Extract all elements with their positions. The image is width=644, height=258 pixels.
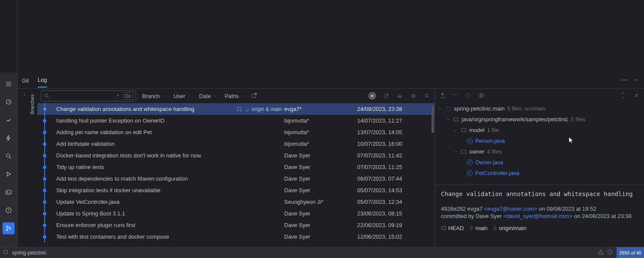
run-icon[interactable] (3, 168, 15, 180)
svg-marker-2 (7, 172, 11, 176)
branch-ref-chip[interactable]: origin & main (236, 106, 284, 112)
search-icon[interactable] (3, 150, 15, 162)
problems-count-badge[interactable]: 2993 of 40 (617, 247, 644, 258)
find-icon[interactable] (423, 92, 431, 100)
commit-date: 07/07/2023, 11:25 (357, 164, 430, 170)
commit-author: evga7* (284, 106, 357, 112)
left-tool-strip (0, 73, 17, 247)
ref-main[interactable]: main (468, 224, 487, 232)
filter-user[interactable]: User (172, 92, 193, 100)
commit-author: Dave Syer (284, 164, 357, 170)
profiler-icon[interactable] (3, 96, 15, 108)
commit-row[interactable]: Adding pet name validation on edit Petbi… (37, 126, 434, 138)
match-case-toggle[interactable]: Cc (123, 92, 133, 100)
preview-icon[interactable] (478, 92, 485, 100)
commit-list-scrollbar[interactable] (431, 106, 434, 133)
svg-point-17 (413, 95, 414, 97)
commit-author-line: 4926e292 evga7 <evga7@naver.com> on 09/0… (441, 205, 638, 213)
chart-icon[interactable] (3, 114, 15, 126)
commit-message: Add birthdate validation (56, 141, 115, 147)
git-tool-icon[interactable] (3, 222, 15, 234)
commit-row[interactable]: Add test dependencies to match Maven con… (37, 173, 434, 184)
tab-git[interactable]: Git (22, 74, 29, 87)
undo-icon[interactable] (452, 92, 459, 100)
terminal-icon[interactable] (3, 186, 15, 198)
commit-date: 22/06/2023, 09:19 (357, 222, 430, 228)
svg-point-20 (480, 95, 482, 96)
commit-author: Seunghyeon Ji* (284, 199, 357, 205)
ref-head[interactable]: HEAD (441, 224, 464, 232)
commit-message: Add test dependencies to match Maven con… (56, 175, 188, 182)
ref-origin-main[interactable]: origin/main (492, 224, 526, 232)
status-project-name[interactable]: spring-petclinic (12, 250, 46, 256)
commit-title: Change validation annotations and whites… (441, 190, 638, 198)
commit-date: 05/07/2023, 14:53 (357, 187, 430, 194)
regex-toggle[interactable]: .* (114, 92, 120, 99)
interactive-rebase-icon[interactable] (368, 92, 376, 100)
log-filter-bar: .* Cc Branch User Date Paths (37, 89, 434, 103)
commit-row[interactable]: Skip integration tests if docker unavail… (37, 184, 434, 196)
commit-row[interactable]: Test with test containers and docker com… (37, 231, 434, 243)
commit-author: bijomutta* (284, 129, 357, 135)
commit-row[interactable]: Update VetController.javaSeunghyeon Ji*0… (37, 196, 434, 208)
java-class-icon: C (467, 138, 473, 144)
ref-row: HEAD main origin/main (441, 224, 638, 232)
svg-marker-14 (371, 95, 374, 97)
filter-date[interactable]: Date (197, 92, 219, 100)
commit-author: Dave Syer (284, 152, 357, 159)
commit-date: 14/07/2023, 11:27 (357, 117, 430, 124)
eye-icon[interactable] (410, 92, 417, 100)
menu-icon[interactable] (3, 78, 15, 90)
commit-author: bijomutta* (284, 117, 357, 124)
tree-root-module[interactable]: spring-petclinic.main 5 files src/main (435, 103, 644, 114)
refresh-icon[interactable] (382, 92, 390, 100)
minimize-icon[interactable] (633, 77, 640, 85)
tree-folder-owner[interactable]: owner 4 files (435, 146, 644, 157)
tree-file[interactable]: C Person.java (435, 135, 644, 146)
commit-row[interactable]: Tidy up native testsDave Syer07/07/2023,… (37, 161, 434, 173)
commit-row[interactable]: Add birthdate validationbijomutta*10/07/… (37, 138, 434, 150)
navigate-icon[interactable] (439, 92, 446, 100)
commit-message: handling Null pointer Exception on Owner… (56, 117, 164, 124)
commit-details: Change validation annotations and whites… (435, 184, 644, 247)
tree-file[interactable]: C PetController.java (435, 168, 644, 178)
module-icon[interactable] (3, 249, 9, 256)
commit-row[interactable]: Update to Spring Boot 3.1.1Dave Syer23/0… (37, 208, 434, 219)
tab-options-icon[interactable] (621, 77, 628, 85)
commit-message: Skip integration tests if docker unavail… (56, 187, 161, 194)
tab-log[interactable]: Log (38, 73, 47, 88)
history-icon[interactable] (465, 92, 472, 100)
warning-icon[interactable] (3, 204, 15, 216)
status-warning-icon[interactable] (598, 249, 604, 256)
changed-files-tree[interactable]: spring-petclinic.main 5 files src/main j… (435, 103, 644, 184)
bolt-icon[interactable] (3, 132, 15, 144)
filter-branch[interactable]: Branch (140, 92, 167, 100)
log-search-input[interactable] (52, 93, 111, 99)
commit-row[interactable]: Change validation annotations and whites… (37, 103, 434, 115)
log-search-field[interactable]: .* Cc (41, 90, 136, 101)
author-email-link[interactable]: <evga7@naver.com> (484, 206, 538, 212)
status-error-icon[interactable] (607, 249, 613, 256)
commit-message: Update VetController.java (56, 199, 119, 205)
committer-email-link[interactable]: <david_syer@hotmail.com> (503, 213, 572, 219)
tree-package[interactable]: java/org/springframework/samples/petclin… (435, 114, 644, 125)
expand-collapse-icon[interactable] (620, 92, 627, 100)
commit-row[interactable]: handling Null pointer Exception on Owner… (37, 115, 434, 126)
commit-author: Dave Syer (284, 175, 357, 182)
tree-file[interactable]: C Owner.java (435, 157, 644, 168)
commit-row[interactable]: Ensure enforcer plugin runs firstDave Sy… (37, 219, 434, 231)
svg-rect-21 (446, 107, 450, 111)
commit-row[interactable]: Docker-based integration tests don't wor… (37, 150, 434, 161)
commit-message: Ensure enforcer plugin runs first (56, 222, 135, 228)
new-filter-icon[interactable] (251, 92, 258, 100)
commit-list[interactable]: Change validation annotations and whites… (37, 103, 434, 247)
cherry-pick-icon[interactable] (396, 92, 404, 100)
commit-date: 23/06/2023, 08:15 (357, 210, 430, 217)
filter-paths[interactable]: Paths (223, 92, 246, 100)
tree-folder-model[interactable]: model 1 file (435, 125, 644, 135)
commit-author: bijomutta* (284, 141, 357, 147)
svg-point-5 (6, 226, 8, 227)
close-preview-icon[interactable] (633, 92, 640, 100)
editor-empty-area (17, 0, 644, 73)
changes-toolbar (435, 89, 644, 103)
